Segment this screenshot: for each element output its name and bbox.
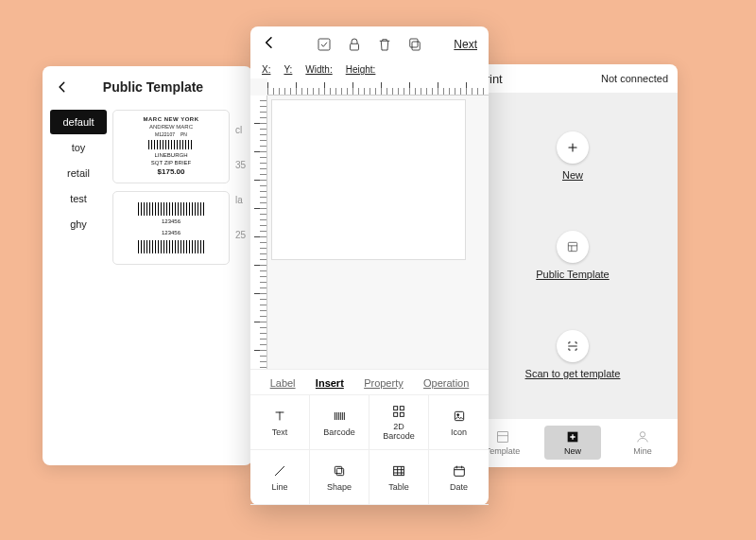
category-retail[interactable]: retail [50, 161, 107, 185]
barcode-icon [148, 140, 194, 149]
tab-label: Template [486, 446, 521, 456]
tool-label: Barcode [323, 427, 355, 437]
tool-label: Text [272, 427, 288, 437]
editor-bottom-tabs: Label Insert Property Operation [250, 369, 489, 394]
svg-rect-4 [318, 39, 330, 50]
tool-icon[interactable]: Icon [429, 395, 489, 450]
tool-table[interactable]: Table [369, 450, 429, 505]
home-body: New Public Template Scan to get template [468, 93, 678, 418]
category-ghy[interactable]: ghy [50, 212, 107, 236]
tool-label: 2D Barcode [383, 423, 415, 442]
scan-icon [557, 330, 589, 362]
partial-text: 25 [235, 230, 245, 240]
svg-rect-11 [400, 412, 404, 416]
tool-label: Line [271, 482, 287, 492]
tab-label-mode[interactable]: Label [270, 377, 296, 389]
svg-rect-1 [498, 431, 508, 442]
tab-label: New [564, 446, 581, 456]
svg-rect-12 [455, 411, 463, 420]
template-card-1[interactable]: MARC NEW YORK ANDREW MARC M122107 PN LIN… [112, 110, 230, 183]
tool-2d-barcode[interactable]: 2D Barcode [369, 395, 429, 450]
svg-point-13 [456, 413, 458, 415]
tool-barcode[interactable]: Barcode [310, 395, 369, 450]
tab-property-mode[interactable]: Property [364, 377, 404, 389]
connection-status: Not connected [601, 73, 668, 84]
public-template-screen: Public Template default toy retail test … [43, 66, 252, 465]
select-icon[interactable] [316, 36, 333, 53]
category-test[interactable]: test [50, 186, 107, 211]
template-subbrand: ANDREW MARC [149, 124, 193, 131]
template-brand: MARC NEW YORK [143, 116, 198, 124]
tool-label: Icon [451, 427, 467, 437]
tool-label: Shape [327, 482, 352, 492]
home-screen: Print Not connected New Public Template … [468, 64, 678, 467]
ruler-horizontal [267, 78, 489, 96]
tab-operation-mode[interactable]: Operation [423, 377, 469, 389]
back-button[interactable] [262, 35, 284, 54]
canvas-area[interactable] [250, 78, 489, 369]
barcode-icon [138, 240, 204, 253]
template-code2: PN [180, 131, 187, 138]
page-title: Public Template [73, 79, 252, 95]
svg-rect-0 [568, 242, 576, 251]
coords-bar: X: Y: Width: Height: [250, 62, 489, 78]
svg-rect-9 [400, 406, 404, 409]
category-list: default toy retail test ghy [50, 110, 107, 265]
partial-text: 35 [235, 160, 245, 170]
public-template-header: Public Template [43, 72, 252, 102]
tab-insert-mode[interactable]: Insert [316, 377, 344, 389]
template-tab-icon [495, 429, 510, 444]
tool-label: Table [388, 482, 409, 492]
plus-icon [557, 131, 589, 164]
editor-screen: Next X: Y: Width: Height: Label Insert P… [250, 26, 489, 505]
barcode-number-2: 123456 [162, 230, 180, 237]
public-template-action[interactable]: Public Template [536, 231, 609, 280]
partial-column: cl 35 la 25 [235, 110, 245, 265]
partial-text: la [235, 195, 245, 205]
editor-toolbar: Next [250, 26, 489, 62]
new-action-label: New [562, 169, 583, 181]
home-header: Print Not connected [468, 64, 678, 93]
template-list: MARC NEW YORK ANDREW MARC M122107 PN LIN… [112, 110, 230, 265]
svg-rect-7 [409, 39, 417, 47]
svg-rect-16 [394, 466, 404, 475]
tool-date[interactable]: Date [429, 450, 489, 505]
barcode-icon [138, 202, 204, 216]
label-canvas[interactable] [271, 99, 466, 260]
coord-height: Height: [346, 64, 376, 75]
new-action[interactable]: New [557, 131, 589, 181]
template-code1: M122107 [155, 131, 175, 138]
partial-text: cl [235, 125, 245, 135]
coord-width: Width: [305, 64, 332, 75]
template-icon [557, 231, 589, 263]
category-default[interactable]: default [50, 110, 107, 134]
scan-label: Scan to get template [525, 368, 621, 379]
tool-shape[interactable]: Shape [310, 450, 369, 505]
ruler-vertical [250, 96, 267, 369]
copy-icon[interactable] [406, 36, 423, 53]
svg-rect-6 [412, 42, 420, 50]
svg-rect-15 [335, 466, 341, 473]
template-price: $175.00 [158, 167, 185, 177]
svg-rect-10 [394, 412, 398, 416]
template-line2: SQT ZIP BRIEF [151, 160, 191, 167]
tab-mine[interactable]: Mine [614, 429, 671, 456]
lock-icon[interactable] [346, 36, 363, 53]
public-template-label: Public Template [536, 269, 609, 280]
new-tab-icon [565, 429, 580, 444]
template-card-2[interactable]: 123456 123456 [112, 191, 230, 265]
next-button[interactable]: Next [454, 38, 477, 51]
insert-tool-grid: Text Barcode 2D Barcode Icon Line Shape … [250, 394, 489, 505]
scan-action[interactable]: Scan to get template [525, 330, 621, 379]
template-line1: LINEBURGH [154, 152, 187, 160]
tab-new[interactable]: New [544, 426, 601, 460]
tool-label: Date [450, 482, 468, 492]
delete-icon[interactable] [376, 36, 393, 53]
tool-text[interactable]: Text [250, 395, 310, 450]
category-toy[interactable]: toy [50, 135, 107, 160]
back-button[interactable] [52, 77, 73, 97]
coord-x: X: [262, 64, 270, 75]
svg-rect-14 [336, 468, 343, 475]
svg-point-3 [640, 431, 644, 436]
tool-line[interactable]: Line [250, 450, 310, 505]
